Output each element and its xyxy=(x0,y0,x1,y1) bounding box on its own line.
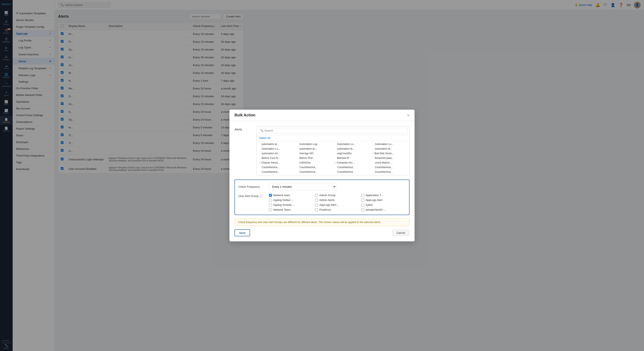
modal-close-button[interactable]: × xyxy=(407,113,410,117)
group-label: Applog Defaul ... xyxy=(273,198,294,202)
alert-item[interactable]: automation tre... xyxy=(258,151,295,156)
group-checkbox[interactable] xyxy=(269,199,272,202)
group-checkbox[interactable] xyxy=(315,194,318,197)
alert-item[interactable]: Automation Lo... xyxy=(371,142,409,146)
warning-message: Check frequency and User Alert Groups ar… xyxy=(234,218,410,226)
alert-item[interactable]: ✓Chassis Intrusi... xyxy=(258,160,295,165)
alert-item[interactable]: CountAlertAut... xyxy=(258,170,295,174)
alert-item[interactable]: Breached pass... xyxy=(371,156,409,160)
alert-item[interactable]: automation te... xyxy=(371,146,409,151)
alert-group-item[interactable]: Admin Group xyxy=(315,194,360,197)
group-label: Network team xyxy=(273,194,290,197)
check-frequency-row: Check Frequency Every 1 minutesEvery 5 m… xyxy=(238,183,406,190)
modal-overlay: Bulk Action × Alerts 🔍 Select All autom xyxy=(0,0,644,351)
user-alert-group-label: User Alert Group xyxy=(238,194,259,198)
alert-item[interactable]: automation al... xyxy=(258,142,295,146)
alert-group-item[interactable]: AppLogs Alert ... xyxy=(315,203,360,206)
alert-item[interactable]: Blocked IP xyxy=(333,156,371,160)
alert-item[interactable]: cntDisGrp xyxy=(295,160,333,165)
alert-item[interactable]: CountAlertAut... xyxy=(333,165,371,170)
group-label: Admin Alerts xyxy=(319,198,334,202)
alerts-picker: 🔍 Select All automation al...Automation … xyxy=(256,126,410,175)
group-label: AppLogs Alert ... xyxy=(319,203,339,206)
group-checkbox[interactable] xyxy=(361,199,364,202)
group-label: Admin Group xyxy=(319,194,336,197)
alert-item[interactable]: Before Cont Al... xyxy=(258,156,295,160)
alert-item[interactable]: CountAlertAut... xyxy=(333,170,371,174)
search-icon-alerts: 🔍 xyxy=(260,129,264,132)
alerts-grid: automation al...Automation LogAutomation… xyxy=(256,141,409,175)
alert-item[interactable]: ✓Bad Disk Secto... xyxy=(371,151,409,156)
group-label: Application T ... xyxy=(366,194,384,197)
alert-item[interactable]: automation te... xyxy=(295,146,333,151)
alert-item[interactable]: Automation Lo... xyxy=(258,146,295,151)
group-checkbox[interactable] xyxy=(315,203,318,206)
group-label: Pavithrun xyxy=(319,208,331,211)
alert-group-item[interactable]: Admin Alerts xyxy=(315,198,360,202)
alert-item[interactable]: avgCountDis xyxy=(333,151,371,156)
group-checkbox[interactable] xyxy=(361,203,364,206)
bulk-action-modal: Bulk Action × Alerts 🔍 Select All autom xyxy=(230,110,414,241)
modal-footer: Save Cancel xyxy=(234,229,410,236)
modal-body: Alerts 🔍 Select All automation al...Auto… xyxy=(230,121,414,241)
alerts-search-input[interactable] xyxy=(264,129,406,132)
alert-item[interactable]: CountAlertAut... xyxy=(371,165,409,170)
alerts-field-label: Alerts xyxy=(234,128,251,175)
cancel-button[interactable]: Cancel xyxy=(392,230,410,236)
group-label: Zylker xyxy=(366,203,373,206)
group-checkbox[interactable] xyxy=(269,203,272,206)
alerts-search-wrap: 🔍 xyxy=(256,126,409,135)
group-checkbox[interactable] xyxy=(361,194,364,197)
alert-group-item[interactable]: Applog Defaul ... xyxy=(269,198,314,202)
alert-item[interactable]: Automation Log xyxy=(295,142,333,146)
alert-groups-grid: Network teamAdmin GroupApplication T ...… xyxy=(269,194,406,211)
alerts-row: Alerts 🔍 Select All automation al...Auto… xyxy=(234,126,410,175)
alert-group-item[interactable]: AppLogs Alert xyxy=(361,198,406,202)
alert-group-item[interactable]: Zylker xyxy=(361,203,406,206)
alert-item[interactable]: count distinct ... xyxy=(371,160,409,165)
alert-item[interactable]: ✓Computer Acc... xyxy=(333,160,371,165)
alert-item[interactable]: automation te... xyxy=(333,146,371,151)
alert-group-item[interactable]: Application T ... xyxy=(361,194,406,197)
group-label: Applog Schedu ... xyxy=(273,203,295,206)
check-frequency-select[interactable]: Every 1 minutesEvery 5 minutesEvery 10 m… xyxy=(269,183,336,190)
alert-item[interactable]: CountAlertAut... xyxy=(295,170,333,174)
alert-group-item[interactable]: Applog Schedu ... xyxy=(269,203,314,206)
alert-group-item[interactable]: Network Team xyxy=(269,208,314,211)
group-checkbox[interactable] xyxy=(361,208,364,211)
select-all-link[interactable]: Select All xyxy=(256,135,409,141)
modal-header: Bulk Action × xyxy=(230,110,414,121)
alert-item[interactable]: Automation Lo... xyxy=(333,142,371,146)
alert-group-item[interactable]: Pavithrun xyxy=(315,208,360,211)
group-label: Network Team xyxy=(273,208,291,211)
alert-item[interactable]: Average KPI xyxy=(295,151,333,156)
info-icon[interactable]: i xyxy=(260,195,262,198)
user-alert-group-row: User Alert Group i Network teamAdmin Gro… xyxy=(238,194,406,211)
group-label: AppLogs Alert xyxy=(366,198,382,202)
form-section: Check Frequency Every 1 minutesEvery 5 m… xyxy=(234,179,410,215)
group-label: sampleAlertGr ... xyxy=(366,208,386,211)
modal-title: Bulk Action xyxy=(234,113,255,117)
save-button[interactable]: Save xyxy=(234,229,250,236)
group-checkbox[interactable] xyxy=(315,208,318,211)
alert-item[interactable]: Before TEst xyxy=(295,156,333,160)
alert-item[interactable]: CountAlertAut... xyxy=(295,165,333,170)
alert-group-item[interactable]: Network team xyxy=(269,194,314,197)
group-checkbox[interactable] xyxy=(269,208,272,211)
alert-item[interactable]: CountAlertAut... xyxy=(371,170,409,174)
alert-group-item[interactable]: sampleAlertGr ... xyxy=(361,208,406,211)
check-frequency-label: Check Frequency xyxy=(238,185,266,188)
group-checkbox[interactable] xyxy=(269,194,272,197)
group-checkbox[interactable] xyxy=(315,199,318,202)
check-frequency-control: Every 1 minutesEvery 5 minutesEvery 10 m… xyxy=(269,183,336,190)
alert-item[interactable]: CountAlertAut... xyxy=(258,165,295,170)
